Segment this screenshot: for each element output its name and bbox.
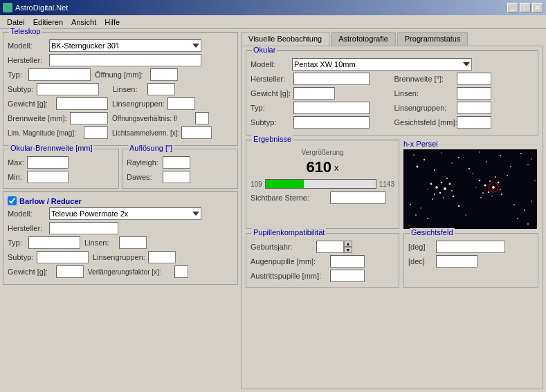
- svg-point-37: [491, 196, 493, 197]
- tab-programm[interactable]: Programmstatus: [397, 32, 468, 46]
- okular-hersteller-input[interactable]: Pentax: [293, 73, 370, 85]
- barlow-modell-select[interactable]: Televue Powermate 2x: [49, 207, 201, 220]
- barlow-typ-input[interactable]: ED: [28, 236, 80, 249]
- augenpupille-input[interactable]: 5,8: [330, 255, 365, 268]
- teleskop-hersteller-input[interactable]: Backnanger Sterngucker, Germany: [49, 54, 201, 66]
- app-icon: [3, 3, 12, 12]
- menu-hilfe[interactable]: Hilfe: [100, 17, 124, 28]
- teleskop-linsen-input[interactable]: 0: [147, 83, 175, 95]
- svg-point-21: [439, 192, 442, 194]
- menu-datei[interactable]: Datei: [3, 17, 29, 28]
- barlow-vfaktor-label: Verlängerungsfaktor [x]:: [88, 268, 174, 276]
- barlow-gewicht-input[interactable]: 0: [56, 265, 84, 278]
- svg-point-57: [534, 180, 536, 181]
- gesichtsfeld-dec-input[interactable]: 0,11: [436, 255, 477, 268]
- svg-point-40: [480, 197, 482, 198]
- svg-point-30: [484, 184, 486, 186]
- geburtsjahr-spinner[interactable]: 1966 ▲ ▼: [316, 241, 352, 253]
- svg-point-54: [408, 225, 409, 225]
- sichtbare-sterne-input[interactable]: 70000000: [330, 192, 385, 204]
- svg-point-41: [495, 176, 496, 178]
- okular-linsengruppen-input[interactable]: 6: [457, 102, 491, 114]
- svg-point-5: [479, 151, 480, 153]
- austrittspupille-input[interactable]: 1,2: [330, 270, 365, 282]
- svg-point-3: [441, 152, 442, 153]
- teleskop-licht-input[interactable]: 11850: [181, 127, 212, 139]
- okular-group: Okular Modell: Pentax XW 10mm Hersteller…: [246, 50, 538, 136]
- barlow-linsen-label: Linsen:: [84, 239, 119, 247]
- menu-ansicht[interactable]: Ansicht: [67, 17, 100, 28]
- svg-point-39: [475, 187, 476, 187]
- gesichtsfeld-deg-input[interactable]: 0° 6' 53": [436, 241, 505, 253]
- vergroesserung-title: Vergrößerung: [251, 149, 394, 156]
- barlow-subtyp-label: Subtyp:: [8, 253, 37, 261]
- svg-point-46: [513, 204, 515, 205]
- star-canvas: [403, 149, 537, 229]
- barlow-hersteller-row: Hersteller: Televue: [8, 222, 233, 234]
- gesichtsfeld-dec-row: [dec] 0,11: [408, 255, 534, 268]
- pupillen-group: Pupillenkompatibilität Geburtsjahr: 1966…: [246, 233, 399, 288]
- auf-rayleigh-row: Rayleigh: 0,18: [127, 156, 233, 169]
- okular-brennweite-label: Brennweite [°]:: [394, 75, 457, 83]
- teleskop-gewicht-input[interactable]: 300000: [56, 97, 108, 110]
- menu-editieren[interactable]: Editieren: [29, 17, 67, 28]
- tab-astrofoto[interactable]: Astrofotografie: [331, 32, 396, 46]
- ob-max-label: Max:: [8, 158, 27, 167]
- progress-bar-outer: [265, 179, 376, 189]
- svg-point-47: [524, 209, 525, 211]
- ergebnisse-row: Ergebnisse Vergrößerung 610 x 109 1143: [246, 140, 538, 229]
- barlow-checkbox[interactable]: [8, 196, 17, 205]
- geburtsjahr-spinner-btns[interactable]: ▲ ▼: [344, 241, 352, 253]
- star-svg: [403, 149, 537, 229]
- minimize-button[interactable]: _: [507, 3, 518, 12]
- barlow-linsen-input[interactable]: 0: [119, 236, 147, 249]
- gesichtsfeld-deg-label: [deg]: [408, 243, 436, 251]
- auf-rayleigh-input[interactable]: 0,18: [163, 156, 190, 169]
- auf-dawes-input[interactable]: 0,15: [163, 171, 190, 183]
- barlow-vfaktor-input[interactable]: 2: [174, 265, 188, 278]
- teleskop-typ-input[interactable]: REFLECTOR: [28, 68, 91, 81]
- geburtsjahr-down-btn[interactable]: ▼: [344, 247, 352, 253]
- teleskop-linsengruppen-input[interactable]: 0: [167, 97, 195, 110]
- barlow-checkbox-row: Barlow / Reducer: [8, 196, 233, 205]
- maximize-button[interactable]: □: [520, 3, 531, 12]
- ob-max-input[interactable]: 56: [27, 156, 69, 169]
- left-panel: Teleskop Modell: BK-Sterngucker 30'l Her…: [3, 32, 238, 389]
- geburtsjahr-up-btn[interactable]: ▲: [344, 241, 352, 247]
- teleskop-oeffnung-input[interactable]: 762: [150, 68, 178, 81]
- barlow-subtyp-input[interactable]: GLAS: [37, 251, 89, 263]
- okular-gesichtsfeld-label: Gesichtsfeld [mm]:: [394, 118, 457, 127]
- teleskop-modell-select[interactable]: BK-Sterngucker 30'l: [49, 39, 201, 52]
- teleskop-subtyp-input[interactable]: Classical Newton: [37, 83, 99, 95]
- teleskop-modell-label: Modell:: [8, 41, 49, 50]
- tab-visuelle[interactable]: Visuelle Beobachtung: [241, 32, 329, 46]
- ob-min-input[interactable]: 5,3: [27, 171, 69, 183]
- teleskop-mag-input[interactable]: 16,2: [84, 127, 108, 139]
- barlow-label: Barlow / Reducer: [19, 197, 82, 205]
- svg-point-10: [434, 169, 435, 171]
- teleskop-oeffv-label: Öffnungsverhältnis: f/: [112, 115, 195, 122]
- teleskop-brennweite-input[interactable]: 6100: [70, 112, 108, 124]
- okular-linsen-input[interactable]: 8: [457, 87, 491, 100]
- window-controls[interactable]: _ □ ✕: [507, 3, 543, 12]
- barlow-subtyp-row: Subtyp: GLAS Linsengruppen: 0: [8, 251, 233, 263]
- teleskop-oeffv-input[interactable]: 8: [195, 112, 209, 124]
- auflosung-title: Auflösung ["]: [128, 144, 174, 152]
- okular-gesichtsfeld-input[interactable]: 70: [457, 116, 491, 129]
- svg-point-14: [510, 166, 511, 167]
- okular-modell-select[interactable]: Pentax XW 10mm: [292, 58, 472, 71]
- bottom-sections-row: Okular-Brennweite [mm] Max: 56 Min: 5,3 …: [3, 149, 238, 189]
- ergebnisse-group: Ergebnisse Vergrößerung 610 x 109 1143: [246, 140, 399, 229]
- okular-typ-input[interactable]: Not specified: [293, 102, 370, 114]
- barlow-hersteller-input[interactable]: Televue: [49, 222, 118, 234]
- okular-gewicht-input[interactable]: 0: [293, 87, 335, 100]
- okular-subtyp-input[interactable]: [293, 116, 370, 129]
- okular-brennweite-input[interactable]: 10: [457, 73, 491, 85]
- barlow-linsengruppen-input[interactable]: 0: [148, 251, 176, 263]
- geburtsjahr-input[interactable]: 1966: [316, 241, 344, 253]
- svg-point-16: [430, 183, 433, 185]
- okular-linsen-row: Linsen: 8: [394, 87, 534, 100]
- svg-point-23: [434, 194, 435, 195]
- close-button[interactable]: ✕: [532, 3, 543, 12]
- svg-point-36: [482, 192, 484, 194]
